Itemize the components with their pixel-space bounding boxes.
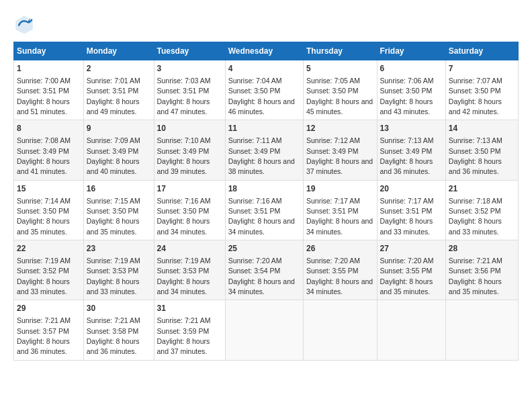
sunrise-info: Sunrise: 7:19 AM <box>87 257 140 265</box>
sunset-info: Sunset: 3:50 PM <box>87 207 139 215</box>
sunset-info: Sunset: 3:55 PM <box>306 267 359 275</box>
sunset-info: Sunset: 3:49 PM <box>228 147 281 155</box>
weekday-header-monday: Monday <box>83 42 154 60</box>
calendar-cell: 8Sunrise: 7:08 AMSunset: 3:49 PMDaylight… <box>14 120 84 180</box>
day-number: 18 <box>228 183 300 195</box>
day-number: 3 <box>157 63 222 75</box>
daylight-info: Daylight: 8 hours and 41 minutes. <box>17 157 70 175</box>
daylight-info: Daylight: 8 hours and 34 minutes. <box>228 217 295 235</box>
calendar-cell: 25Sunrise: 7:20 AMSunset: 3:54 PMDayligh… <box>225 240 303 300</box>
daylight-info: Daylight: 8 hours and 36 minutes. <box>449 157 502 175</box>
sunrise-info: Sunrise: 7:18 AM <box>449 197 502 205</box>
day-number: 31 <box>157 303 222 314</box>
day-number: 30 <box>87 303 151 314</box>
calendar-cell: 3Sunrise: 7:03 AMSunset: 3:51 PMDaylight… <box>154 60 225 120</box>
sunset-info: Sunset: 3:54 PM <box>228 267 281 275</box>
daylight-info: Daylight: 8 hours and 38 minutes. <box>228 157 295 175</box>
calendar-cell: 24Sunrise: 7:19 AMSunset: 3:53 PMDayligh… <box>154 240 225 300</box>
calendar-body: 1Sunrise: 7:00 AMSunset: 3:51 PMDaylight… <box>14 60 519 361</box>
weekday-header-sunday: Sunday <box>14 42 84 60</box>
sunset-info: Sunset: 3:52 PM <box>449 207 501 215</box>
sunset-info: Sunset: 3:57 PM <box>17 327 69 335</box>
calendar-week-row: 15Sunrise: 7:14 AMSunset: 3:50 PMDayligh… <box>14 180 519 240</box>
weekday-header-saturday: Saturday <box>445 42 518 60</box>
calendar-cell: 2Sunrise: 7:01 AMSunset: 3:51 PMDaylight… <box>83 60 154 120</box>
day-number: 21 <box>449 183 515 195</box>
sunrise-info: Sunrise: 7:21 AM <box>17 316 71 324</box>
day-number: 27 <box>380 243 443 255</box>
daylight-info: Daylight: 8 hours and 34 minutes. <box>306 277 373 295</box>
sunrise-info: Sunrise: 7:13 AM <box>449 136 502 144</box>
daylight-info: Daylight: 8 hours and 46 minutes. <box>228 97 295 116</box>
calendar-cell <box>303 300 377 360</box>
daylight-info: Daylight: 8 hours and 45 minutes. <box>306 97 373 116</box>
calendar-cell: 29Sunrise: 7:21 AMSunset: 3:57 PMDayligh… <box>14 300 84 360</box>
day-number: 15 <box>17 183 81 195</box>
sunrise-info: Sunrise: 7:01 AM <box>87 77 140 85</box>
sunset-info: Sunset: 3:49 PM <box>87 147 139 155</box>
sunset-info: Sunset: 3:49 PM <box>380 147 433 155</box>
sunset-info: Sunset: 3:50 PM <box>157 207 210 215</box>
sunrise-info: Sunrise: 7:17 AM <box>380 197 434 205</box>
daylight-info: Daylight: 8 hours and 34 minutes. <box>157 217 210 235</box>
page-header <box>13 13 519 35</box>
sunset-info: Sunset: 3:51 PM <box>380 207 433 215</box>
day-number: 10 <box>157 123 222 134</box>
sunrise-info: Sunrise: 7:05 AM <box>306 77 360 85</box>
calendar-cell: 4Sunrise: 7:04 AMSunset: 3:50 PMDaylight… <box>225 60 303 120</box>
sunset-info: Sunset: 3:49 PM <box>306 147 359 155</box>
sunrise-info: Sunrise: 7:21 AM <box>157 316 211 324</box>
sunrise-info: Sunrise: 7:17 AM <box>306 197 360 205</box>
sunset-info: Sunset: 3:56 PM <box>449 267 501 275</box>
daylight-info: Daylight: 8 hours and 37 minutes. <box>306 157 373 175</box>
day-number: 11 <box>228 123 300 134</box>
sunrise-info: Sunrise: 7:16 AM <box>228 197 282 205</box>
calendar-cell: 14Sunrise: 7:13 AMSunset: 3:50 PMDayligh… <box>445 120 518 180</box>
day-number: 12 <box>306 123 374 134</box>
calendar-cell: 28Sunrise: 7:21 AMSunset: 3:56 PMDayligh… <box>445 240 518 300</box>
daylight-info: Daylight: 8 hours and 33 minutes. <box>449 217 502 235</box>
sunset-info: Sunset: 3:50 PM <box>380 87 433 95</box>
weekday-header-wednesday: Wednesday <box>225 42 303 60</box>
sunset-info: Sunset: 3:52 PM <box>17 267 69 275</box>
sunset-info: Sunset: 3:49 PM <box>157 147 210 155</box>
day-number: 16 <box>87 183 151 195</box>
sunset-info: Sunset: 3:51 PM <box>17 87 69 95</box>
sunrise-info: Sunrise: 7:11 AM <box>228 136 282 144</box>
sunrise-info: Sunrise: 7:16 AM <box>157 197 211 205</box>
daylight-info: Daylight: 8 hours and 43 minutes. <box>380 97 433 116</box>
weekday-header-tuesday: Tuesday <box>154 42 225 60</box>
sunset-info: Sunset: 3:51 PM <box>228 207 281 215</box>
sunset-info: Sunset: 3:51 PM <box>306 207 359 215</box>
day-number: 28 <box>449 243 515 255</box>
calendar-cell: 20Sunrise: 7:17 AMSunset: 3:51 PMDayligh… <box>377 180 445 240</box>
weekday-header-thursday: Thursday <box>303 42 377 60</box>
calendar-cell: 13Sunrise: 7:13 AMSunset: 3:49 PMDayligh… <box>377 120 445 180</box>
day-number: 1 <box>17 63 81 75</box>
calendar-cell <box>377 300 445 360</box>
sunrise-info: Sunrise: 7:20 AM <box>380 257 434 265</box>
calendar-cell: 9Sunrise: 7:09 AMSunset: 3:49 PMDaylight… <box>83 120 154 180</box>
day-number: 7 <box>449 63 515 75</box>
sunrise-info: Sunrise: 7:14 AM <box>17 197 71 205</box>
calendar-week-row: 22Sunrise: 7:19 AMSunset: 3:52 PMDayligh… <box>14 240 519 300</box>
daylight-info: Daylight: 8 hours and 42 minutes. <box>449 97 502 116</box>
sunrise-info: Sunrise: 7:20 AM <box>228 257 282 265</box>
day-number: 4 <box>228 63 300 75</box>
daylight-info: Daylight: 8 hours and 51 minutes. <box>17 97 70 116</box>
day-number: 22 <box>17 243 81 255</box>
sunset-info: Sunset: 3:55 PM <box>380 267 433 275</box>
sunrise-info: Sunrise: 7:13 AM <box>380 136 434 144</box>
calendar-cell: 1Sunrise: 7:00 AMSunset: 3:51 PMDaylight… <box>14 60 84 120</box>
sunrise-info: Sunrise: 7:06 AM <box>380 77 434 85</box>
calendar-cell: 27Sunrise: 7:20 AMSunset: 3:55 PMDayligh… <box>377 240 445 300</box>
daylight-info: Daylight: 8 hours and 33 minutes. <box>17 277 70 295</box>
day-number: 23 <box>87 243 151 255</box>
logo <box>13 13 38 35</box>
calendar-cell: 23Sunrise: 7:19 AMSunset: 3:53 PMDayligh… <box>83 240 154 300</box>
calendar-cell <box>225 300 303 360</box>
calendar-cell: 5Sunrise: 7:05 AMSunset: 3:50 PMDaylight… <box>303 60 377 120</box>
sunset-info: Sunset: 3:58 PM <box>87 327 139 335</box>
calendar-table: SundayMondayTuesdayWednesdayThursdayFrid… <box>13 42 519 361</box>
sunset-info: Sunset: 3:50 PM <box>17 207 69 215</box>
